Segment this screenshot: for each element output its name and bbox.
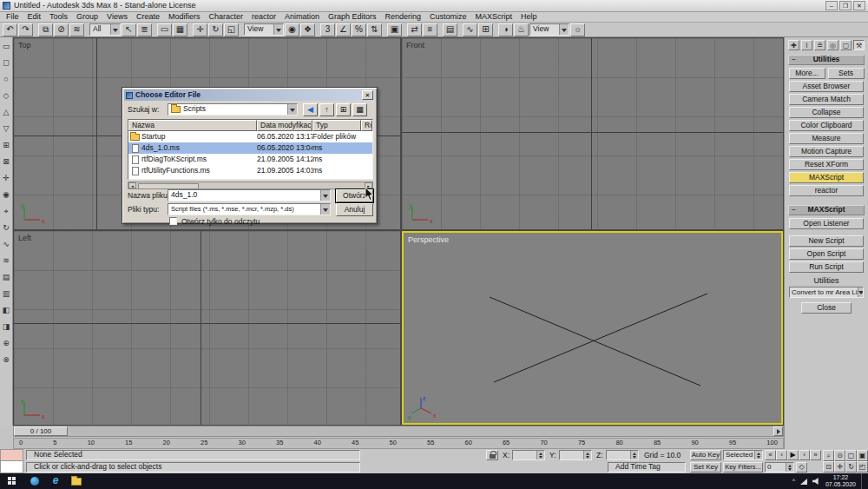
select-and-link-button[interactable]: ⧉ — [38, 23, 53, 36]
taskbar-explorer-icon[interactable] — [66, 473, 87, 489]
zoom-extents-all-button[interactable]: ▣ — [857, 450, 868, 461]
select-and-manipulate-button[interactable]: ❖ — [300, 23, 315, 36]
region-zoom-button[interactable]: ⊡ — [823, 461, 834, 472]
file-row[interactable]: rtfUtilityFunctions.ms 21.09.2005 14:01 … — [128, 165, 372, 176]
menu-customize[interactable]: Customize — [425, 12, 471, 21]
window-crossing-button[interactable]: ▦ — [173, 23, 187, 36]
select-object-button[interactable]: ↖ — [122, 23, 136, 36]
tab-modify-icon[interactable]: ⌇ — [801, 40, 812, 50]
maximize-viewport-button[interactable]: ◰ — [857, 461, 868, 472]
volume-icon[interactable] — [812, 478, 820, 485]
tray-expand-icon[interactable]: ^ — [792, 478, 795, 485]
menu-graph-editors[interactable]: Graph Editors — [324, 12, 381, 21]
spinner-icon[interactable] — [583, 451, 591, 459]
start-button[interactable] — [0, 473, 24, 489]
schematic-view-button[interactable]: ⊞ — [478, 23, 493, 36]
time-slider-track[interactable] — [68, 426, 773, 436]
reset-xform-button[interactable]: Reset XForm — [789, 159, 864, 170]
up-one-level-button[interactable]: ↑ — [319, 103, 334, 116]
scrollbar-thumb[interactable] — [138, 183, 199, 189]
tab-hierarchy-icon[interactable]: ≞ — [814, 40, 825, 50]
menu-maxscript[interactable]: MAXScript — [471, 12, 517, 21]
left-tool-icon[interactable]: ◇ — [1, 90, 11, 101]
viewport-left[interactable]: Left x y — [14, 231, 400, 425]
open-listener-button[interactable]: Open Listener — [789, 218, 864, 229]
show-desktop-button[interactable] — [861, 473, 865, 489]
viewport-label[interactable]: Perspective — [408, 235, 449, 244]
menu-character[interactable]: Character — [204, 12, 247, 21]
previous-frame-button[interactable]: ‹ — [776, 450, 787, 460]
open-script-button[interactable]: Open Script — [789, 248, 864, 260]
current-frame-field[interactable]: 0 — [765, 462, 794, 472]
camera-match-button[interactable]: Camera Match — [789, 94, 864, 105]
column-header-date[interactable]: Data modyfikacji — [257, 120, 312, 131]
maximize-button[interactable]: ❐ — [839, 1, 852, 10]
look-in-dropdown[interactable]: Scripts — [168, 103, 298, 116]
cancel-button[interactable]: Anuluj — [336, 203, 373, 216]
network-icon[interactable] — [800, 479, 807, 485]
pan-button[interactable]: ✛ — [834, 461, 845, 472]
layer-manager-button[interactable]: ▤ — [443, 23, 457, 36]
next-frame-button[interactable]: › — [799, 450, 810, 460]
left-tool-icon[interactable]: ⌖ — [1, 206, 11, 216]
tab-utilities-icon[interactable]: ⚒ — [853, 40, 865, 50]
render-scene-button[interactable]: ♨ — [514, 23, 529, 36]
selection-filter-dropdown[interactable]: All — [89, 23, 121, 36]
x-coordinate-field[interactable] — [512, 450, 545, 460]
percent-snap-button[interactable]: % — [352, 23, 366, 36]
left-tool-icon[interactable]: ⊕ — [1, 338, 11, 348]
maxscript-rollout-header[interactable]: − MAXScript — [788, 205, 865, 215]
file-row[interactable]: rtfDiagToKScript.ms 21.09.2005 14:12 ms — [128, 154, 372, 165]
menu-group[interactable]: Group — [72, 12, 102, 21]
column-header-name[interactable]: Nazwa — [128, 120, 257, 131]
readonly-checkbox[interactable] — [169, 217, 177, 225]
tab-create-icon[interactable]: ✚ — [788, 40, 799, 50]
menu-edit[interactable]: Edit — [23, 12, 46, 21]
left-tool-icon[interactable]: ◧ — [1, 305, 11, 315]
left-tool-icon[interactable]: ◻ — [1, 57, 11, 68]
listener-macro-row[interactable] — [0, 449, 23, 461]
left-tool-icon[interactable]: ⊞ — [1, 140, 11, 150]
menu-rendering[interactable]: Rendering — [381, 12, 426, 21]
time-slider[interactable]: 0 / 100 — [13, 426, 784, 437]
left-tool-icon[interactable]: ✛ — [1, 173, 11, 183]
new-folder-button[interactable]: ⊞ — [336, 103, 351, 116]
select-and-rotate-button[interactable]: ↻ — [208, 23, 223, 36]
horizontal-scrollbar[interactable]: ◂ ▸ — [128, 182, 373, 189]
more-button[interactable]: More... — [789, 68, 825, 79]
motion-capture-button[interactable]: Motion Capture — [789, 146, 864, 157]
tab-display-icon[interactable]: ▢ — [840, 40, 852, 50]
left-tool-icon[interactable]: ∿ — [1, 239, 11, 249]
align-button[interactable]: ≡ — [423, 23, 437, 36]
menu-animation[interactable]: Animation — [280, 12, 324, 21]
left-tool-icon[interactable]: △ — [1, 107, 11, 117]
select-by-name-button[interactable]: ≣ — [137, 23, 152, 36]
left-tool-icon[interactable]: ▭ — [1, 41, 11, 51]
zoom-extents-button[interactable]: ▢ — [845, 450, 857, 461]
left-tool-icon[interactable]: ▥ — [1, 288, 11, 299]
left-tool-icon[interactable]: ↻ — [1, 222, 11, 233]
zoom-all-button[interactable]: ⊙ — [834, 450, 845, 461]
viewport-label[interactable]: Left — [18, 234, 31, 242]
scene-spline-object[interactable] — [404, 233, 781, 423]
reactor-button[interactable]: reactor — [789, 185, 864, 196]
utilities-rollout-header[interactable]: − Utilities — [788, 55, 865, 65]
y-coordinate-field[interactable] — [559, 450, 592, 460]
left-tool-icon[interactable]: ○ — [1, 74, 11, 84]
left-tool-icon[interactable]: ▤ — [1, 272, 11, 282]
file-row[interactable]: Startup 06.05.2020 13:17 Folder plików — [128, 131, 372, 142]
angle-snap-button[interactable]: ∠ — [336, 23, 351, 36]
named-selection-sets-button[interactable]: ▣ — [387, 23, 402, 36]
add-time-tag[interactable]: Add Time Tag — [608, 462, 686, 472]
arc-rotate-button[interactable]: ↻ — [845, 461, 857, 472]
left-tool-icon[interactable]: ▽ — [1, 123, 11, 134]
viewport-label[interactable]: Front — [406, 41, 424, 50]
menu-help[interactable]: Help — [516, 12, 542, 21]
file-type-dropdown[interactable]: Script files (*.ms, *.mse, *.mcr, *.mzp,… — [168, 203, 331, 215]
selection-lock-button[interactable] — [486, 450, 498, 460]
maxscript-button-active[interactable]: MAXScript — [789, 172, 864, 183]
auto-key-button[interactable]: Auto Key — [690, 450, 721, 460]
back-button[interactable]: ◀ — [303, 103, 318, 116]
quick-render-button[interactable]: ☼ — [570, 23, 585, 36]
viewport-label[interactable]: Top — [18, 41, 31, 50]
